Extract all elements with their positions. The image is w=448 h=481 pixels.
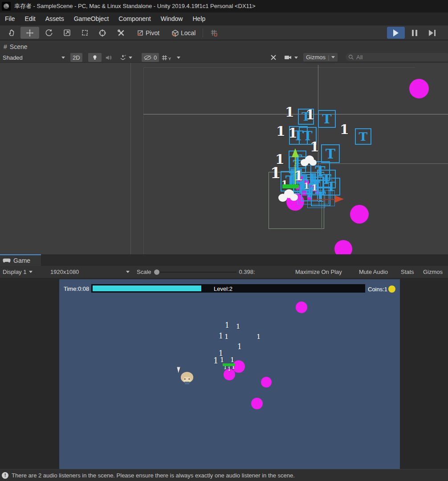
move-tool-icon[interactable] [20,27,39,39]
display-label: Display 1 [3,269,26,275]
game-health-bar [223,363,235,366]
main-toolbar: Pivot Local [0,25,448,40]
play-button[interactable] [387,27,405,39]
menu-item-gameobject[interactable]: GameObject [69,15,114,22]
gizmos-label: Gizmos [306,54,326,61]
search-placeholder: All [356,54,362,61]
grid-visibility-button[interactable]: Y [161,53,180,62]
hud-progress-fill [93,285,201,291]
enemy-dot [334,240,352,254]
scale-slider-handle[interactable] [154,269,159,275]
display-dropdown[interactable]: Display 1 [3,266,33,278]
chevron-down-icon [29,271,33,273]
scene-toolbar: Shaded 2D 0 Y G [0,53,448,63]
pause-button[interactable] [406,27,424,39]
damage-number: 1 [310,140,319,154]
hand-tool-icon[interactable] [4,27,20,39]
chevron-down-icon [294,57,298,59]
toolbar-separator [203,29,203,37]
camera-bounds-left [143,67,144,254]
scene-tools-icon[interactable] [270,53,277,62]
menu-item-edit[interactable]: Edit [20,15,41,22]
tab-game[interactable]: Game [0,254,41,266]
rect-tool-icon[interactable] [77,27,93,39]
2d-label: 2D [73,54,80,61]
grid-axis-label: Y [168,57,171,61]
menu-item-component[interactable]: Component [114,15,155,22]
menu-item-help[interactable]: Help [187,15,210,22]
hud-level: Level:2 [214,285,232,292]
damage-number-game: 1 [228,367,231,372]
text-gizmo-icon: T [322,178,340,196]
shading-mode-label: Shaded [3,54,23,61]
game-viewport[interactable]: Time:0:08 Level:2 Coins:1 1111111111111 [59,279,400,469]
menu-item-assets[interactable]: Assets [41,15,69,22]
transform-tool-icon[interactable] [94,27,110,39]
grid-tab-icon: # [4,43,7,50]
damage-number: 1 [276,125,285,138]
shading-mode-dropdown[interactable]: Shaded [3,53,65,62]
scene-camera-button[interactable] [284,53,298,62]
pivot-toggle-button[interactable]: Pivot [137,28,159,38]
custom-tool-icon[interactable] [113,27,129,39]
menu-item-file[interactable]: File [0,15,20,22]
hud-coins: Coins:1 [368,285,395,293]
chevron-down-icon [177,57,180,59]
rect-outline-right [318,163,448,164]
scene-viewport[interactable]: TTTTTTTTTTTTTTTT111111111111 [0,63,448,254]
gizmos-button-game[interactable]: Gizmos [423,266,443,278]
damage-number: 1 [340,123,349,136]
enemy-dot-game [261,377,272,387]
unity-logo-icon [2,2,11,11]
2d-toggle-button[interactable]: 2D [70,53,82,62]
scale-tool-icon[interactable] [59,27,75,39]
tab-scene[interactable]: Scene [10,43,28,50]
local-label: Local [181,29,195,37]
damage-number-game: 1 [213,357,218,365]
local-toggle-button[interactable]: Local [171,28,195,38]
step-button[interactable] [423,27,441,39]
mute-audio-button[interactable]: Mute Audio [359,266,388,278]
stats-button[interactable]: Stats [401,266,414,278]
scene-grid-line [130,63,131,254]
menu-item-window[interactable]: Window [156,15,188,22]
rotate-tool-icon[interactable] [41,27,57,39]
enemy-dot-game [296,302,307,313]
chevron-down-icon [61,57,65,59]
health-bar [282,184,299,188]
move-gizmo-x-arrow[interactable] [335,196,344,203]
scale-value: 0.398: [239,269,255,275]
hidden-objects-toggle[interactable]: 0 [142,53,159,62]
status-message: There are 2 audio listeners in the scene… [12,472,295,479]
step-icon [429,30,436,36]
damage-number: 1 [312,184,318,192]
text-gizmo-icon: T [321,144,340,163]
damage-number-game: 1 [225,322,229,329]
scale-slider[interactable] [154,272,236,273]
grid-snap-icon[interactable] [206,27,222,39]
unity-editor-window: 幸存者 - SampleScene - PC, Mac & Linux Stan… [0,0,448,481]
player-character-sprite [181,372,193,384]
maximize-on-play-button[interactable]: Maximize On Play [295,266,342,278]
chevron-down-icon [129,57,132,59]
move-gizmo-y-axis[interactable] [295,157,296,187]
damage-number-game: 1 [257,334,261,340]
damage-number: 1 [304,182,310,190]
damage-number: 1 [285,106,294,119]
pause-icon [412,30,417,36]
status-bar[interactable]: ! There are 2 audio listeners in the sce… [0,469,448,481]
audio-toggle-button[interactable] [105,53,112,62]
scene-search-input[interactable]: All [346,53,448,61]
hidden-count: 0 [154,54,157,61]
game-tab-bar: Game [0,254,448,266]
lighting-toggle-button[interactable] [88,53,102,62]
move-gizmo-x-axis[interactable] [312,199,335,200]
play-icon [393,29,399,37]
chevron-down-icon [126,271,130,273]
gizmos-dropdown-button[interactable]: Gizmos | [303,53,338,61]
damage-number-game: 1 [219,333,223,340]
resolution-dropdown[interactable]: 1920x1080 [50,266,130,278]
effects-toggle-button[interactable] [119,53,132,62]
move-gizmo-y-arrow[interactable] [292,148,299,157]
chevron-down-icon [331,56,335,58]
